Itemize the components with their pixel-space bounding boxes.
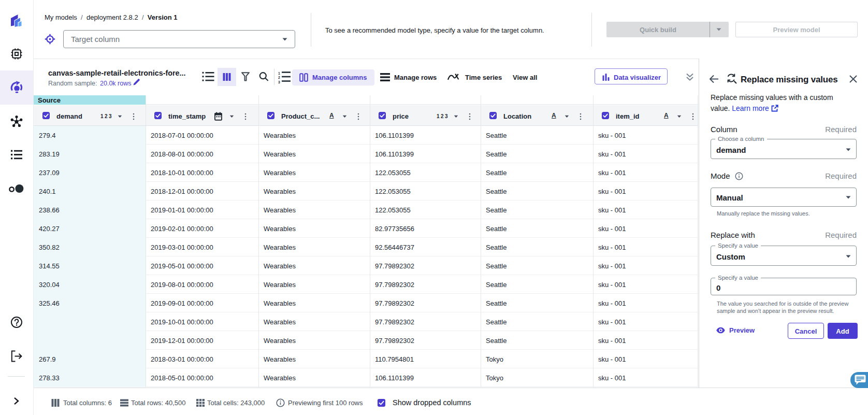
svg-text:2: 2 — [278, 76, 280, 79]
svg-text:1: 1 — [278, 71, 280, 75]
svg-text:3: 3 — [278, 80, 280, 84]
